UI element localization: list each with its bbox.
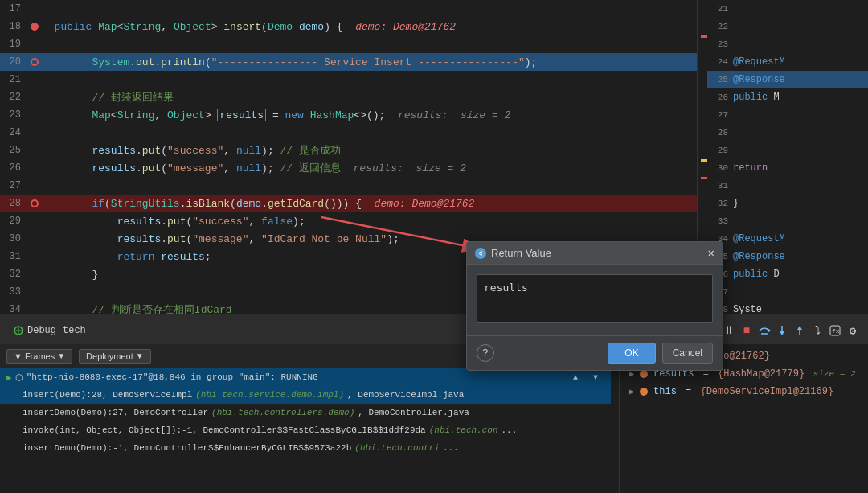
code-line-17: 17	[0, 0, 697, 18]
code-line-28: 28 if(StringUtils.isBlank(demo.getIdCard…	[0, 195, 697, 212]
step-out-btn[interactable]	[791, 322, 809, 339]
right-line-32: 32 }	[707, 195, 868, 212]
return-value-input[interactable]: results	[477, 274, 713, 323]
ok-button[interactable]: OK	[608, 343, 655, 364]
var-results-value: {HashMap@21779}	[718, 368, 805, 380]
gutter-marker-2	[701, 159, 707, 162]
code-line-26: 26 results.put("message", null); // 返回信息…	[0, 159, 697, 177]
svg-marker-9	[797, 326, 802, 330]
step-into-btn[interactable]	[773, 322, 791, 339]
error-circle-28[interactable]	[31, 199, 39, 207]
right-line-24: 24 @RequestM	[707, 53, 868, 71]
frames-button[interactable]: ▼ Frames ▼	[6, 349, 72, 364]
right-line-21: 21	[707, 0, 868, 18]
dialog-footer: ? OK Cancel	[467, 335, 723, 370]
stack-frame-2[interactable]: invoke(int, Object, Object[]):-1, DemoCo…	[0, 421, 611, 439]
evaluate-btn[interactable]: fx	[826, 322, 844, 339]
var-this: ▶ this = {DemoServiceImpl@21169}	[623, 383, 865, 401]
var-this-value: {DemoServiceImpl@21169}	[700, 386, 833, 397]
thread-icon: ⬡	[15, 372, 23, 383]
bug-icon	[13, 325, 24, 336]
right-line-34: 34 @RequestM	[707, 230, 868, 248]
stop-btn[interactable]: ■	[738, 322, 755, 339]
code-line-19: 19	[0, 35, 697, 53]
right-line-36: 36 public D	[707, 265, 868, 283]
breakpoint-dot[interactable]	[31, 23, 39, 31]
dialog-buttons: OK Cancel	[608, 343, 713, 364]
error-circle[interactable]	[31, 58, 39, 66]
thread-item-main[interactable]: ▶ ⬡ "http-nio-8080-exec-17"@18,846 in gr…	[0, 368, 611, 386]
frame-0-file: (hbi.tech.service.demo.impl)	[195, 390, 344, 400]
step-into-icon	[776, 325, 788, 336]
stack-area: ▼ Frames ▼ Deployment ▼ ↑ ▶	[0, 347, 868, 460]
gutter-marker-1	[701, 35, 707, 38]
debug-label: Debug	[27, 325, 56, 336]
code-line-22: 22 // 封装返回结果	[0, 88, 697, 106]
stack-frame-3[interactable]: insertDemo(Demo):-1, DemoController$$Enh…	[0, 439, 611, 457]
stack-frame-0[interactable]: insert(Demo):28, DemoServiceImpl (hbi.te…	[0, 386, 611, 404]
help-button[interactable]: ?	[477, 344, 494, 362]
thread-panel: ▶ ⬡ "http-nio-8080-exec-17"@18,846 in gr…	[0, 368, 611, 457]
right-line-38: 38 Syste	[707, 301, 868, 314]
frame-2-file: (hbi.tech.con	[429, 425, 498, 435]
var-this-icon	[640, 388, 648, 396]
deployment-button[interactable]: Deployment ▼	[79, 349, 151, 364]
svg-point-13	[477, 250, 484, 257]
code-line-27: 27	[0, 177, 697, 195]
dialog-icon	[475, 248, 486, 259]
var-results-size: size = 2	[808, 369, 855, 379]
dialog-title: Return Value	[491, 247, 551, 259]
code-line-18: 18 public Map<String, Object> insert(Dem…	[0, 18, 697, 35]
main-container: 17 18 public Map<String, Object> insert(…	[0, 0, 868, 493]
step-over-icon	[758, 325, 771, 336]
evaluate-icon: fx	[829, 325, 841, 336]
frame-1-method: insertDemo(Demo):27, DemoController	[23, 408, 208, 417]
debug-tab-name: tech	[63, 325, 86, 336]
right-line-29: 29	[707, 142, 868, 159]
return-icon	[477, 249, 485, 257]
debug-tab[interactable]: Debug tech	[6, 322, 92, 339]
right-line-25: 25 @Response	[707, 71, 868, 88]
right-line-35: 35 @Response	[707, 248, 868, 265]
right-line-28: 28	[707, 124, 868, 142]
frame-3-file: (hbi.tech.contri	[354, 443, 440, 453]
frame-0-method: insert(Demo):28, DemoServiceImpl	[23, 390, 192, 400]
right-line-30: 30 return	[707, 159, 868, 177]
var-this-arrow[interactable]: ▶	[629, 387, 634, 396]
code-line-29: 29 results.put("success", false);	[0, 212, 697, 230]
thread-name: "http-nio-8080-exec-17"@18,846 in group …	[27, 372, 318, 382]
frame-0-extra: , DemoServiceImpl.java	[347, 390, 464, 400]
thread-collapse-btn[interactable]: ▼	[587, 368, 604, 386]
frame-3-method: insertDemo(Demo):-1, DemoController$$Enh…	[23, 443, 351, 453]
dialog-header: Return Value ✕	[467, 242, 723, 265]
dialog-close-btn[interactable]: ✕	[708, 248, 714, 259]
step-out-icon	[794, 325, 805, 336]
stack-frame-1[interactable]: insertDemo(Demo):27, DemoController (hbi…	[0, 404, 611, 421]
thread-expand-btn[interactable]: ▲	[567, 368, 584, 386]
code-line-23: 23 Map<String, Object> results = new Has…	[0, 106, 697, 124]
svg-marker-4	[768, 328, 771, 333]
right-line-26: 26 public M	[707, 88, 868, 106]
code-line-25: 25 results.put("success", null); // 是否成功	[0, 142, 697, 159]
var-this-name: this	[653, 386, 677, 397]
frame-1-file: (hbi.tech.controllers.demo)	[211, 408, 354, 417]
frames-icon: ▼	[14, 351, 23, 361]
results-box: results	[217, 109, 266, 121]
svg-marker-7	[780, 331, 784, 335]
right-line-27: 27	[707, 106, 868, 124]
run-to-cursor-btn[interactable]: ⤵	[809, 322, 826, 339]
frame-2-extra: ...	[502, 425, 518, 435]
step-over-btn[interactable]	[755, 322, 773, 339]
settings-btn[interactable]: ⚙	[844, 322, 862, 339]
return-value-dialog[interactable]: Return Value ✕ results ? OK Cancel	[466, 241, 723, 371]
right-line-31: 31	[707, 177, 868, 195]
right-line-23: 23	[707, 35, 868, 53]
cancel-button[interactable]: Cancel	[662, 343, 713, 364]
frame-1-extra: , DemoController.java	[358, 408, 469, 417]
right-line-37: 37	[707, 283, 868, 301]
right-line-33: 33	[707, 212, 868, 230]
frame-3-extra: ...	[443, 443, 459, 453]
thread-running-icon: ▶	[6, 372, 12, 383]
gutter-marker-3	[701, 177, 707, 179]
dialog-body: results	[467, 265, 723, 335]
